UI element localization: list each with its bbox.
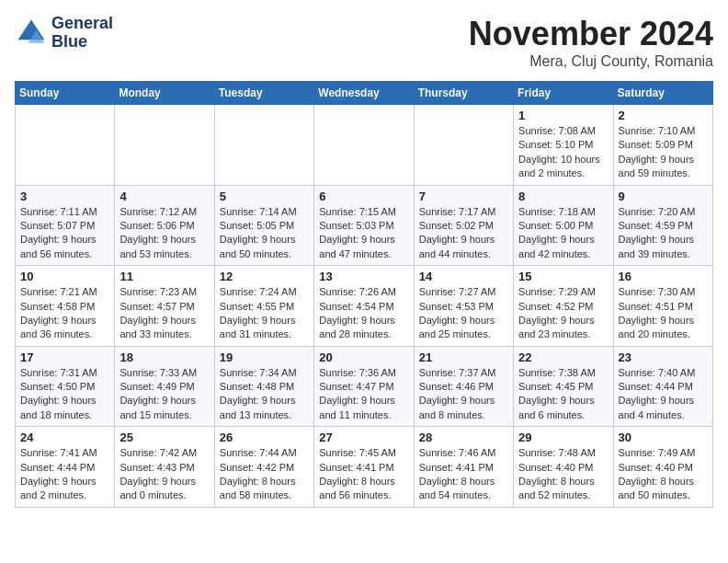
day-info: Sunrise: 7:14 AMSunset: 5:05 PMDaylight:… (220, 205, 309, 262)
day-cell: 22Sunrise: 7:38 AMSunset: 4:45 PMDayligh… (514, 346, 613, 427)
weekday-header-monday: Monday (115, 82, 214, 105)
day-info: Sunrise: 7:21 AMSunset: 4:58 PMDaylight:… (20, 285, 109, 342)
day-cell: 15Sunrise: 7:29 AMSunset: 4:52 PMDayligh… (514, 266, 613, 347)
day-number: 10 (20, 270, 109, 283)
day-info: Sunrise: 7:34 AMSunset: 4:48 PMDaylight:… (220, 366, 309, 423)
day-cell (314, 105, 414, 186)
day-number: 20 (319, 350, 408, 364)
day-cell: 29Sunrise: 7:48 AMSunset: 4:40 PMDayligh… (514, 427, 613, 508)
day-info: Sunrise: 7:12 AMSunset: 5:06 PMDaylight:… (119, 205, 209, 262)
day-info: Sunrise: 7:31 AMSunset: 4:50 PMDaylight:… (20, 366, 109, 423)
logo-icon (15, 17, 48, 50)
day-cell (214, 105, 313, 186)
page-header: General Blue November 2024 Mera, Cluj Co… (15, 15, 713, 70)
day-info: Sunrise: 7:46 AMSunset: 4:41 PMDaylight:… (419, 446, 508, 503)
day-cell: 30Sunrise: 7:49 AMSunset: 4:40 PMDayligh… (613, 427, 712, 508)
day-cell: 9Sunrise: 7:20 AMSunset: 4:59 PMDaylight… (613, 185, 712, 266)
day-number: 17 (20, 350, 109, 364)
day-info: Sunrise: 7:18 AMSunset: 5:00 PMDaylight:… (518, 205, 608, 262)
day-cell: 18Sunrise: 7:33 AMSunset: 4:49 PMDayligh… (115, 346, 214, 427)
day-cell: 13Sunrise: 7:26 AMSunset: 4:54 PMDayligh… (314, 266, 414, 347)
location-title: Mera, Cluj County, Romania (469, 53, 713, 70)
day-number: 27 (319, 431, 408, 444)
day-cell: 28Sunrise: 7:46 AMSunset: 4:41 PMDayligh… (414, 427, 513, 508)
weekday-header-saturday: Saturday (613, 82, 712, 105)
day-number: 15 (518, 270, 608, 283)
day-cell: 1Sunrise: 7:08 AMSunset: 5:10 PMDaylight… (514, 105, 613, 186)
day-number: 30 (619, 431, 708, 444)
day-number: 3 (20, 190, 109, 203)
day-number: 13 (319, 270, 408, 283)
day-number: 28 (419, 431, 508, 444)
day-info: Sunrise: 7:27 AMSunset: 4:53 PMDaylight:… (419, 285, 508, 342)
day-number: 23 (619, 350, 708, 364)
day-info: Sunrise: 7:29 AMSunset: 4:52 PMDaylight:… (518, 285, 608, 342)
day-info: Sunrise: 7:37 AMSunset: 4:46 PMDaylight:… (419, 366, 508, 423)
day-number: 18 (119, 350, 209, 364)
day-info: Sunrise: 7:49 AMSunset: 4:40 PMDaylight:… (619, 446, 708, 503)
day-info: Sunrise: 7:40 AMSunset: 4:44 PMDaylight:… (619, 366, 708, 423)
day-cell: 21Sunrise: 7:37 AMSunset: 4:46 PMDayligh… (414, 346, 513, 427)
day-info: Sunrise: 7:44 AMSunset: 4:42 PMDaylight:… (220, 446, 309, 503)
day-number: 7 (419, 190, 508, 203)
day-cell: 3Sunrise: 7:11 AMSunset: 5:07 PMDaylight… (16, 185, 115, 266)
week-row-2: 3Sunrise: 7:11 AMSunset: 5:07 PMDaylight… (16, 185, 713, 266)
weekday-header-friday: Friday (514, 82, 613, 105)
day-cell: 24Sunrise: 7:41 AMSunset: 4:44 PMDayligh… (16, 427, 115, 508)
day-cell: 8Sunrise: 7:18 AMSunset: 5:00 PMDaylight… (514, 185, 613, 266)
day-number: 25 (119, 431, 209, 444)
day-cell: 19Sunrise: 7:34 AMSunset: 4:48 PMDayligh… (214, 346, 313, 427)
day-number: 5 (220, 190, 309, 203)
calendar-table: SundayMondayTuesdayWednesdayThursdayFrid… (15, 81, 713, 508)
day-number: 9 (619, 190, 708, 203)
weekday-header-tuesday: Tuesday (214, 82, 313, 105)
day-number: 19 (220, 350, 309, 364)
day-cell: 23Sunrise: 7:40 AMSunset: 4:44 PMDayligh… (613, 346, 712, 427)
day-cell: 10Sunrise: 7:21 AMSunset: 4:58 PMDayligh… (16, 266, 115, 347)
logo-text: General Blue (51, 15, 113, 52)
logo-line1: General (51, 15, 113, 33)
day-info: Sunrise: 7:24 AMSunset: 4:55 PMDaylight:… (220, 285, 309, 342)
weekday-header-thursday: Thursday (414, 82, 513, 105)
title-block: November 2024 Mera, Cluj County, Romania (469, 15, 713, 70)
day-cell: 7Sunrise: 7:17 AMSunset: 5:02 PMDaylight… (414, 185, 513, 266)
day-number: 4 (119, 190, 209, 203)
day-number: 2 (619, 109, 708, 122)
day-info: Sunrise: 7:42 AMSunset: 4:43 PMDaylight:… (119, 446, 209, 503)
week-row-1: 1Sunrise: 7:08 AMSunset: 5:10 PMDaylight… (16, 105, 713, 186)
day-number: 1 (518, 109, 608, 122)
day-number: 6 (319, 190, 408, 203)
week-row-3: 10Sunrise: 7:21 AMSunset: 4:58 PMDayligh… (16, 266, 713, 347)
day-number: 8 (518, 190, 608, 203)
day-info: Sunrise: 7:11 AMSunset: 5:07 PMDaylight:… (20, 205, 109, 262)
day-cell (115, 105, 214, 186)
day-info: Sunrise: 7:33 AMSunset: 4:49 PMDaylight:… (119, 366, 209, 423)
day-info: Sunrise: 7:15 AMSunset: 5:03 PMDaylight:… (319, 205, 408, 262)
day-number: 11 (119, 270, 209, 283)
day-number: 24 (20, 431, 109, 444)
day-info: Sunrise: 7:26 AMSunset: 4:54 PMDaylight:… (319, 285, 408, 342)
day-info: Sunrise: 7:36 AMSunset: 4:47 PMDaylight:… (319, 366, 408, 423)
day-cell: 25Sunrise: 7:42 AMSunset: 4:43 PMDayligh… (115, 427, 214, 508)
day-cell: 4Sunrise: 7:12 AMSunset: 5:06 PMDaylight… (115, 185, 214, 266)
day-info: Sunrise: 7:45 AMSunset: 4:41 PMDaylight:… (319, 446, 408, 503)
day-number: 21 (419, 350, 508, 364)
day-number: 14 (419, 270, 508, 283)
week-row-4: 17Sunrise: 7:31 AMSunset: 4:50 PMDayligh… (16, 346, 713, 427)
week-row-5: 24Sunrise: 7:41 AMSunset: 4:44 PMDayligh… (16, 427, 713, 508)
day-cell: 20Sunrise: 7:36 AMSunset: 4:47 PMDayligh… (314, 346, 414, 427)
day-info: Sunrise: 7:41 AMSunset: 4:44 PMDaylight:… (20, 446, 109, 503)
day-cell: 16Sunrise: 7:30 AMSunset: 4:51 PMDayligh… (613, 266, 712, 347)
logo-line2: Blue (51, 33, 113, 52)
day-cell: 27Sunrise: 7:45 AMSunset: 4:41 PMDayligh… (314, 427, 414, 508)
day-cell (414, 105, 513, 186)
logo: General Blue (15, 15, 113, 52)
weekday-header-wednesday: Wednesday (314, 82, 414, 105)
day-cell: 2Sunrise: 7:10 AMSunset: 5:09 PMDaylight… (613, 105, 712, 186)
day-cell: 17Sunrise: 7:31 AMSunset: 4:50 PMDayligh… (16, 346, 115, 427)
day-info: Sunrise: 7:08 AMSunset: 5:10 PMDaylight:… (518, 124, 608, 181)
day-number: 12 (220, 270, 309, 283)
day-cell: 12Sunrise: 7:24 AMSunset: 4:55 PMDayligh… (214, 266, 313, 347)
day-number: 29 (518, 431, 608, 444)
day-info: Sunrise: 7:10 AMSunset: 5:09 PMDaylight:… (619, 124, 708, 181)
